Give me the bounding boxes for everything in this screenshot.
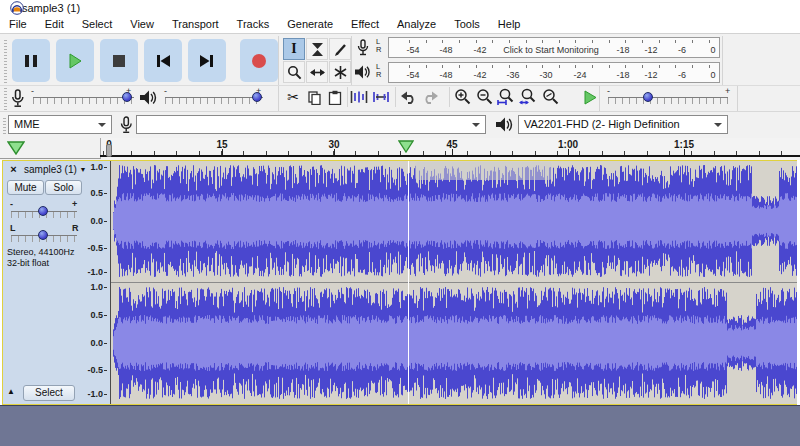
menu-analyze[interactable]: Analyze <box>388 16 445 33</box>
recording-volume-slider[interactable] <box>33 97 134 104</box>
vruler-label: 1.0 <box>90 282 107 292</box>
menu-select[interactable]: Select <box>73 16 122 33</box>
vruler-label: -0.5 <box>87 243 107 253</box>
gain-slider-thumb[interactable] <box>38 206 48 216</box>
timeshift-icon <box>310 66 325 79</box>
menu-bar: File Edit Select View Transport Tracks G… <box>0 16 800 33</box>
paste-icon <box>328 90 342 105</box>
playback-volume-min: - <box>164 86 167 96</box>
audio-host-value: MME <box>14 118 40 130</box>
playback-device-select[interactable]: VA2201-FHD (2- High Definition <box>518 115 728 134</box>
trim-icon <box>350 90 368 104</box>
undo-button[interactable] <box>398 87 418 107</box>
meter-label: -6 <box>678 70 686 80</box>
menu-tracks[interactable]: Tracks <box>228 16 279 33</box>
play-button[interactable] <box>56 39 94 82</box>
recording-volume-thumb[interactable] <box>122 92 132 102</box>
zoom-toggle-button[interactable] <box>540 86 560 106</box>
solo-button[interactable]: Solo <box>45 180 82 195</box>
pause-button[interactable] <box>12 39 50 82</box>
quick-play-pin[interactable] <box>106 144 112 157</box>
zoom-fit-button[interactable] <box>518 86 538 106</box>
zoom-fit-icon <box>519 88 538 105</box>
paste-button[interactable] <box>325 87 345 107</box>
playback-meter[interactable]: -54 -48 -42 -36 -30 -24 -18 -12 -6 0 <box>388 62 720 83</box>
meter-label: -48 <box>439 45 452 55</box>
playback-volume-slider[interactable] <box>165 97 263 104</box>
play-icon <box>67 53 83 69</box>
meter-label: -18 <box>616 70 629 80</box>
stop-button[interactable] <box>100 39 138 82</box>
skip-to-start-button[interactable] <box>144 39 182 82</box>
recording-meter[interactable]: -54 -48 -42 Click to Start Monitoring -1… <box>388 37 720 58</box>
track-collapse-button[interactable]: ▲ <box>7 387 15 396</box>
meter-label: -54 <box>406 45 419 55</box>
timeline-row: 0 15 30 45 1:00 1:15 <box>0 138 800 160</box>
menu-file[interactable]: File <box>0 16 36 33</box>
playback-volume-thumb[interactable] <box>252 92 262 102</box>
play-position-marker-icon[interactable] <box>398 140 414 153</box>
vertical-ruler[interactable]: 1.0 0.5 0.0 -0.5 -1.0 1.0 0.5 0.0 -0.5 -… <box>83 161 111 404</box>
play-at-speed-button[interactable] <box>580 87 600 107</box>
draw-tool-button[interactable] <box>329 38 351 60</box>
selection-tool-button[interactable]: I <box>283 38 305 60</box>
device-toolbar-grip[interactable] <box>3 116 6 134</box>
pinned-play-head-area[interactable] <box>0 138 101 159</box>
recording-device-mic-icon <box>119 116 133 134</box>
meter-label: -54 <box>406 70 419 80</box>
envelope-tool-button[interactable] <box>306 38 328 60</box>
speed-slider-max: + <box>725 86 730 96</box>
cut-button[interactable]: ✂ <box>283 87 303 107</box>
pinned-play-head-icon[interactable] <box>7 141 25 155</box>
record-button[interactable] <box>240 39 278 82</box>
speed-slider[interactable] <box>608 97 728 104</box>
undo-icon <box>400 90 417 104</box>
recording-meter-ticks <box>409 40 713 43</box>
copy-button[interactable] <box>304 87 324 107</box>
menu-edit[interactable]: Edit <box>36 16 73 33</box>
recording-meter-right-label: R <box>376 46 381 54</box>
menu-generate[interactable]: Generate <box>278 16 342 33</box>
recording-device-select[interactable] <box>136 115 486 134</box>
menu-transport[interactable]: Transport <box>163 16 228 33</box>
trim-audio-button[interactable] <box>349 87 369 107</box>
skip-to-end-button[interactable] <box>188 39 226 82</box>
zoom-in-button[interactable] <box>452 86 472 106</box>
multi-tool-button[interactable] <box>329 61 351 83</box>
track-select-button[interactable]: Select <box>23 385 75 401</box>
mixer-toolbar-grip[interactable] <box>4 88 7 110</box>
device-toolbar: MME VA2201-FHD (2- High Definition <box>0 111 800 140</box>
timeshift-tool-button[interactable] <box>306 61 328 83</box>
track-title-menu[interactable]: sample3 (1) ▼ <box>24 164 87 175</box>
vruler-label: 0.0 <box>90 216 107 226</box>
audio-track: × sample3 (1) ▼ Mute Solo - + L R Stereo… <box>2 160 797 405</box>
zoom-out-button[interactable] <box>474 86 494 106</box>
zoom-tool-button[interactable] <box>283 61 305 83</box>
title-bar: sample3 (1) <box>0 0 800 16</box>
transport-toolbar-grip[interactable] <box>4 39 7 83</box>
pan-slider-thumb[interactable] <box>38 230 48 240</box>
vruler-label: -1.0 <box>87 389 107 399</box>
playback-device-speaker-icon <box>495 116 513 133</box>
redo-button[interactable] <box>420 87 440 107</box>
vruler-label: 0.5 <box>90 310 107 320</box>
menu-help[interactable]: Help <box>489 16 530 33</box>
meter-label: -12 <box>644 70 657 80</box>
meter-label: 0 <box>710 70 715 80</box>
menu-tools[interactable]: Tools <box>445 16 489 33</box>
vruler-label: 0.0 <box>90 338 107 348</box>
mute-button[interactable]: Mute <box>7 180 44 195</box>
waveform-canvas[interactable] <box>111 161 797 404</box>
zoom-selection-button[interactable] <box>496 86 516 106</box>
meter-label: -30 <box>539 70 552 80</box>
timeline-ruler[interactable]: 0 15 30 45 1:00 1:15 <box>100 138 800 160</box>
menu-effect[interactable]: Effect <box>342 16 388 33</box>
silence-audio-button[interactable] <box>371 87 391 107</box>
vruler-label: -0.5 <box>87 365 107 375</box>
zoom-in-icon <box>454 88 471 105</box>
playback-meter-ticks <box>409 65 713 68</box>
track-close-button[interactable]: × <box>7 163 20 176</box>
menu-view[interactable]: View <box>121 16 163 33</box>
speed-slider-thumb[interactable] <box>643 92 653 102</box>
audio-host-select[interactable]: MME <box>8 115 112 134</box>
